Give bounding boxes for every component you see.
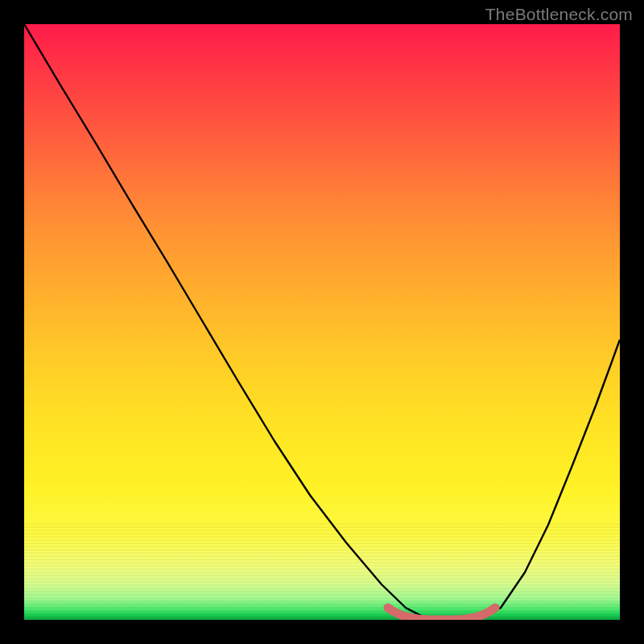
watermark-text: TheBottleneck.com [485, 5, 633, 24]
plot-area [24, 24, 620, 620]
heat-gradient [24, 24, 620, 620]
